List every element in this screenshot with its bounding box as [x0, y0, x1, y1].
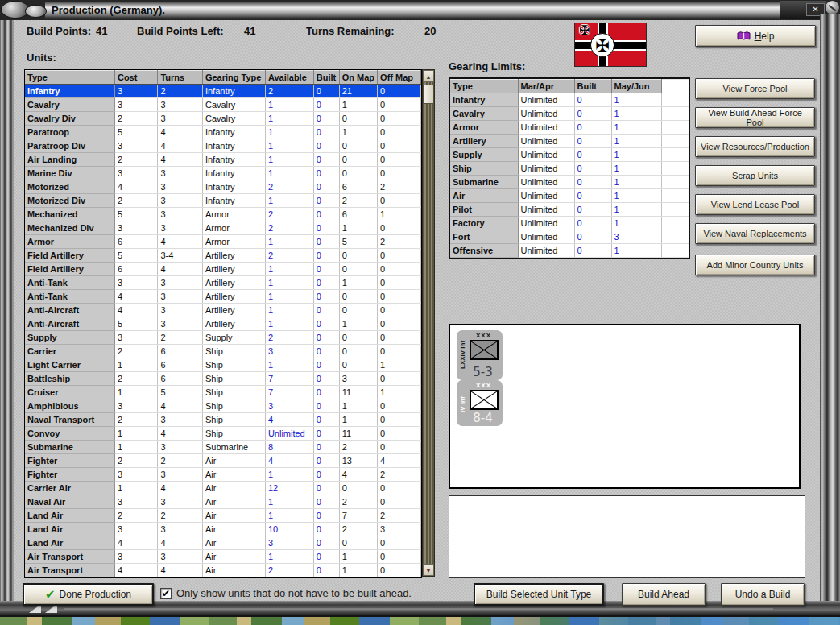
unit-row[interactable]: Mechanized53Armor2061 [25, 208, 421, 221]
unit-row[interactable]: Cavalry Div23Cavalry1000 [25, 112, 421, 126]
unit-cell-cost: 4 [114, 536, 157, 550]
gearing-section-label: Gearing Limits: [449, 60, 525, 72]
side-button-view-build-ahead-force-pool[interactable]: View Build Ahead Force Pool [695, 107, 815, 128]
build-selected-unit-type-button[interactable]: Build Selected Unit Type [474, 583, 604, 606]
unit-row[interactable]: Light Carrier16Ship1001 [25, 358, 421, 372]
unit-cell-turns: 2 [158, 85, 203, 98]
scroll-down-icon[interactable]: ▼ [423, 564, 434, 576]
build-ahead-button[interactable]: Build Ahead [622, 583, 706, 606]
unit-row[interactable]: Armor64Armor1052 [25, 235, 421, 249]
gearing-cell-mar_apr: Unlimited [518, 176, 574, 189]
unit-cell-built: 0 [313, 550, 339, 564]
unit-cell-cost: 2 [114, 413, 157, 427]
unit-cell-off_map: 0 [378, 372, 421, 386]
unit-cell-type: Cavalry [25, 98, 114, 112]
side-button-view-lend-lease-pool[interactable]: View Lend Lease Pool [695, 194, 815, 215]
units-col-on-map: On Map [339, 71, 377, 85]
unit-row[interactable]: Infantry32Infantry20210 [25, 85, 421, 98]
side-button-view-naval-replacements[interactable]: View Naval Replacements [695, 223, 815, 244]
unit-row[interactable]: Land Air33Air10023 [25, 523, 421, 536]
gearing-row[interactable]: FactoryUnlimited01 [450, 217, 689, 230]
gearing-row[interactable]: ArmorUnlimited01 [450, 121, 689, 135]
unit-row[interactable]: Motorized Div23Infantry1020 [25, 194, 421, 208]
infantry-symbol-icon [470, 340, 499, 360]
unit-cell-off_map: 0 [378, 167, 421, 180]
side-button-add-minor-country-units[interactable]: Add Minor Country Units [695, 255, 815, 275]
gearing-row[interactable]: InfantryUnlimited01 [450, 93, 689, 107]
unit-cell-type: Light Carrier [25, 358, 114, 372]
done-production-button[interactable]: ✔ Done Production [23, 583, 154, 606]
unit-row[interactable]: Field Artillery64Artillery1000 [25, 263, 421, 276]
unit-row[interactable]: Cruiser15Ship70111 [25, 386, 421, 399]
unit-row[interactable]: Mechanized Div33Armor2010 [25, 221, 421, 235]
side-button-view-resources-production[interactable]: View Resources/Production [695, 136, 815, 157]
unit-cell-cost: 1 [114, 358, 157, 372]
only-show-units-checkbox[interactable]: ✔ [160, 588, 172, 599]
gearing-row[interactable]: AirUnlimited01 [450, 189, 689, 203]
side-button-label: Scrap Units [732, 171, 778, 180]
units-scrollbar[interactable]: ▲ ▼ [422, 69, 435, 577]
unit-cell-type: Carrier [25, 345, 114, 358]
gearing-cell-may_jun: 3 [611, 230, 661, 244]
unit-row[interactable]: Submarine13Submarine8020 [25, 441, 421, 454]
unit-row[interactable]: Field Artillery53-4Artillery2000 [25, 249, 421, 263]
gearing-row[interactable]: CavalryUnlimited01 [450, 107, 689, 121]
gearing-row[interactable]: PilotUnlimited01 [450, 203, 689, 217]
unit-row[interactable]: Motorized43Infantry2062 [25, 180, 421, 194]
unit-row[interactable]: Naval Air33Air1020 [25, 495, 421, 509]
unit-row[interactable]: Cavalry33Cavalry1010 [25, 98, 421, 112]
unit-row[interactable]: Battleship26Ship7030 [25, 372, 421, 386]
main-panel: Build Points: 41 Build Points Left: 41 T… [14, 20, 820, 601]
scroll-up-icon[interactable]: ▲ [423, 70, 434, 82]
gearing-cell-filler [661, 148, 689, 162]
undo-a-build-button[interactable]: Undo a Build [721, 583, 805, 606]
unit-row[interactable]: Land Air44Air3000 [25, 536, 421, 550]
unit-row[interactable]: Anti-Aircraft43Artillery1000 [25, 304, 421, 317]
unit-cell-type: Land Air [25, 523, 114, 536]
unit-counter-iv-inf[interactable]: XXXIV Inf8-4 [457, 380, 503, 426]
unit-row[interactable]: Land Air22Air1072 [25, 509, 421, 523]
unit-row[interactable]: Supply32Supply2000 [25, 331, 421, 345]
unit-cell-cost: 3 [114, 495, 157, 509]
gearing-table-header: TypeMar/AprBuiltMay/Jun [450, 80, 689, 93]
unit-row[interactable]: Fighter22Air40134 [25, 454, 421, 468]
unit-cell-available: 1 [265, 153, 313, 167]
gearing-row[interactable]: SupplyUnlimited01 [450, 148, 689, 162]
unit-cell-on_map: 7 [339, 509, 377, 523]
unit-row[interactable]: Air Landing24Infantry1000 [25, 153, 421, 167]
unit-cell-turns: 3 [158, 221, 203, 235]
unit-row[interactable]: Convoy14ShipUnlimited0110 [25, 427, 421, 441]
unit-row[interactable]: Naval Transport23Ship4010 [25, 413, 421, 427]
unit-cell-on_map: 0 [339, 482, 377, 495]
gearing-row[interactable]: FortUnlimited03 [450, 230, 689, 244]
unit-cell-type: Paratroop Div [25, 139, 114, 153]
gearing-row[interactable]: SubmarineUnlimited01 [450, 176, 689, 189]
side-button-view-force-pool[interactable]: View Force Pool [695, 78, 815, 99]
unit-row[interactable]: Paratroop Div34Infantry1000 [25, 139, 421, 153]
window-restore-icon[interactable] [25, 5, 47, 18]
unit-row[interactable]: Air Transport44Air2010 [25, 564, 421, 577]
unit-cell-gearing: Armor [202, 235, 265, 249]
gearing-cell-filler [661, 176, 689, 189]
unit-cell-on_map: 1 [339, 564, 377, 577]
unit-cell-cost: 5 [114, 317, 157, 331]
unit-row[interactable]: Paratroop54Infantry1010 [25, 126, 421, 139]
gearing-row[interactable]: ArtilleryUnlimited01 [450, 135, 689, 148]
scrollbar-thumb[interactable] [423, 85, 434, 104]
gearing-cell-built: 0 [574, 121, 611, 135]
unit-row[interactable]: Anti-Aircraft53Artillery1010 [25, 317, 421, 331]
unit-row[interactable]: Anti-Tank33Artillery1010 [25, 276, 421, 290]
unit-counter-lxxiv-inf[interactable]: XXXLXXIV Inf5-3 [457, 330, 503, 380]
gearing-row[interactable]: ShipUnlimited01 [450, 162, 689, 176]
unit-row[interactable]: Amphibious34Ship3010 [25, 399, 421, 413]
unit-row[interactable]: Marine Div33Infantry1000 [25, 167, 421, 180]
gearing-row[interactable]: OffensiveUnlimited01 [450, 244, 689, 258]
unit-row[interactable]: Air Transport33Air1010 [25, 550, 421, 564]
unit-row[interactable]: Carrier Air14Air12000 [25, 482, 421, 495]
unit-row[interactable]: Carrier26Ship3000 [25, 345, 421, 358]
side-button-scrap-units[interactable]: Scrap Units [695, 165, 815, 186]
unit-row[interactable]: Anti-Tank43Artillery1000 [25, 290, 421, 304]
window-title: Production (Germany). [52, 4, 165, 16]
help-button[interactable]: Help [695, 25, 816, 47]
unit-row[interactable]: Fighter33Air1042 [25, 468, 421, 482]
